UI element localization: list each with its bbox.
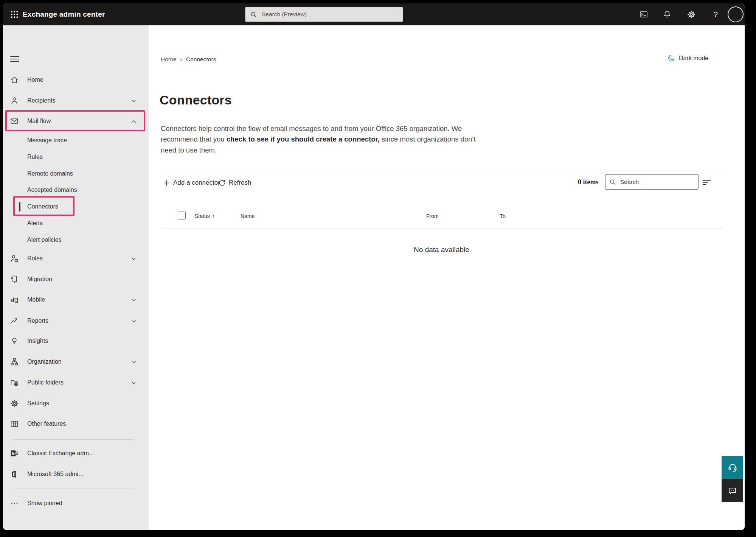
sidebar-item-alert-policies[interactable]: Alert policies	[3, 232, 149, 247]
sort-ascending-icon: ↑	[212, 213, 215, 219]
search-icon	[250, 11, 257, 18]
select-all-checkbox[interactable]	[178, 212, 186, 219]
help-button[interactable]: ?	[708, 7, 723, 22]
person-icon	[10, 96, 19, 105]
sidebar-item-accepted-domains[interactable]: Accepted domains	[3, 182, 149, 198]
dark-mode-label: Dark mode	[679, 55, 708, 62]
column-header-status[interactable]: Status ↑	[195, 213, 215, 219]
global-search-box[interactable]	[245, 7, 403, 22]
chevron-down-icon	[130, 318, 137, 324]
filter-button[interactable]	[700, 177, 714, 188]
terminal-icon	[639, 10, 648, 19]
home-icon	[10, 75, 19, 84]
sidebar-item-insights[interactable]: Insights	[3, 333, 149, 349]
sidebar-item-organization[interactable]: Organization	[3, 354, 149, 369]
chevron-down-icon	[130, 359, 137, 365]
reports-icon	[10, 316, 19, 325]
sidebar-item-other-features[interactable]: Other features	[3, 416, 149, 431]
sidebar-item-connectors[interactable]: Connectors	[3, 199, 149, 214]
column-header-name[interactable]: Name	[241, 213, 255, 219]
sidebar-item-public-folders[interactable]: Public folders	[3, 375, 149, 390]
list-search-input[interactable]	[619, 178, 694, 186]
sidebar-divider	[12, 439, 134, 440]
search-icon	[609, 179, 616, 185]
breadcrumb-separator: ›	[180, 56, 182, 63]
dark-mode-toggle[interactable]: Dark mode	[668, 54, 708, 62]
breadcrumb-current: Connectors	[186, 56, 216, 63]
nav-collapse-button[interactable]	[9, 54, 21, 64]
feedback-bubble-icon	[727, 486, 737, 496]
main-content: Home › Connectors Dark mode Connectors C…	[149, 25, 745, 530]
sidebar-item-settings[interactable]: Settings	[3, 396, 149, 411]
chevron-down-icon	[130, 98, 137, 104]
items-count: 0 items	[578, 178, 598, 186]
sidebar-item-migration[interactable]: Migration	[3, 272, 149, 287]
notifications-button[interactable]	[660, 7, 675, 22]
microsoft-365-icon	[10, 470, 19, 479]
list-search-box[interactable]	[605, 174, 699, 190]
moon-icon	[668, 54, 675, 62]
sidebar-item-recipients[interactable]: Recipients	[3, 93, 149, 108]
global-search-input[interactable]	[261, 11, 398, 18]
sidebar-item-show-pinned[interactable]: Show pinned	[3, 496, 149, 511]
app-launcher-button[interactable]	[7, 7, 22, 22]
sidebar-item-classic-exchange[interactable]: E Classic Exchange adm...	[3, 446, 149, 461]
mail-icon	[10, 117, 19, 126]
chevron-down-icon	[130, 297, 137, 303]
sidebar-divider	[12, 489, 134, 489]
sidebar-item-reports[interactable]: Reports	[3, 313, 149, 328]
selected-item-indicator	[19, 202, 20, 212]
breadcrumb-home-link[interactable]: Home	[161, 56, 176, 63]
sidebar-item-roles[interactable]: Roles	[3, 251, 149, 266]
account-avatar[interactable]	[728, 6, 744, 22]
create-connector-link[interactable]: check to see if you should create a conn…	[227, 135, 380, 143]
waffle-icon	[10, 10, 19, 19]
filter-icon	[702, 178, 712, 187]
screenshot-frame: Exchange admin center	[0, 0, 756, 537]
chevron-down-icon	[130, 380, 137, 386]
mobile-icon	[10, 295, 19, 304]
question-mark-icon: ?	[713, 10, 718, 19]
roles-icon	[10, 254, 19, 263]
table-header-divider	[161, 229, 722, 229]
app-title: Exchange admin center	[23, 3, 105, 25]
org-chart-icon	[10, 357, 19, 366]
ellipsis-icon	[10, 499, 19, 508]
sidebar-item-message-trace[interactable]: Message trace	[3, 133, 149, 148]
chevron-up-icon	[130, 118, 137, 124]
sidebar-item-mail-flow[interactable]: Mail flow	[3, 114, 149, 129]
gear-icon	[687, 10, 696, 19]
sidebar-item-alerts[interactable]: Alerts	[3, 216, 149, 231]
column-header-from[interactable]: From	[426, 213, 439, 219]
headset-icon	[727, 462, 738, 473]
empty-table-message: No data available	[161, 246, 722, 254]
breadcrumb: Home › Connectors	[161, 56, 216, 63]
gear-icon	[10, 399, 19, 408]
left-nav: Home Recipients Mail flow Message trace …	[3, 25, 149, 530]
sidebar-item-remote-domains[interactable]: Remote domains	[3, 166, 149, 181]
feedback-button[interactable]	[722, 479, 743, 502]
sidebar-item-home[interactable]: Home	[3, 72, 149, 87]
hamburger-icon	[10, 55, 20, 63]
refresh-icon	[218, 179, 225, 187]
help-support-button[interactable]	[722, 456, 743, 479]
sidebar-item-rules[interactable]: Rules	[3, 149, 149, 165]
refresh-button[interactable]: Refresh	[218, 176, 251, 190]
sidebar-item-mobile[interactable]: Mobile	[3, 292, 149, 307]
bell-icon	[663, 10, 672, 19]
settings-button[interactable]	[684, 7, 699, 22]
table-grid-icon	[10, 419, 19, 428]
public-folder-icon	[10, 378, 19, 387]
page-description: Connectors help control the flow of emai…	[161, 123, 524, 156]
classic-exchange-icon: E	[10, 449, 19, 458]
plus-icon	[163, 180, 170, 186]
chevron-down-icon	[130, 255, 137, 261]
app-window: Exchange admin center	[3, 3, 745, 530]
toolbar-top-divider	[161, 171, 722, 171]
svg-text:E: E	[12, 451, 14, 455]
cli-terminal-button[interactable]	[636, 7, 651, 22]
sidebar-item-microsoft-365-admin[interactable]: Microsoft 365 admi...	[3, 467, 149, 482]
add-connector-button[interactable]: Add a connector	[163, 176, 220, 190]
top-bar: Exchange admin center	[3, 3, 745, 25]
column-header-to[interactable]: To	[500, 213, 506, 219]
